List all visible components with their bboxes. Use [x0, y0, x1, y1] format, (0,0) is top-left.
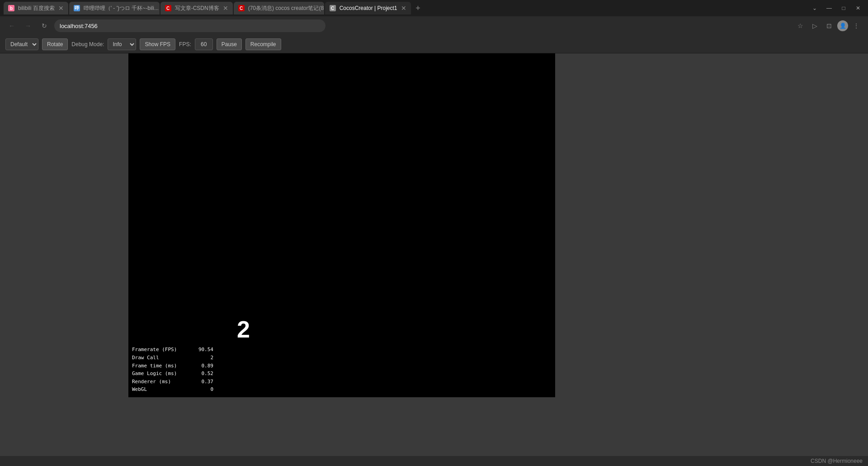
maximize-button[interactable]: □	[837, 2, 850, 14]
tab-close-csdn[interactable]: ✕	[223, 5, 228, 12]
address-bar: ← → ↻ localhost:7456 ☆ ▷ ⊡ 👤 ⋮	[0, 16, 868, 35]
fps-value-display: 60	[195, 38, 213, 50]
tab-favicon-csdn: C	[165, 5, 171, 11]
main-area: 2 Framerate (FPS) 90.54 Draw Call 2 Fram…	[0, 53, 868, 466]
tab-csdn[interactable]: C 写文章-CSDN博客 ✕	[160, 2, 233, 14]
tab-label-bili2: 哔哩哔哩（' - ')つロ 千杯~-bili...	[84, 5, 159, 12]
canvas-number: 2	[237, 316, 250, 343]
tab-label-bilibili: bilibili 百度搜索	[18, 5, 55, 12]
refresh-button[interactable]: ↻	[38, 19, 51, 32]
tab-bilibili[interactable]: b bilibili 百度搜索 ✕	[4, 2, 68, 14]
debug-mode-select[interactable]: Info Log Warn Error	[108, 38, 136, 50]
fps-label: FPS:	[179, 41, 191, 48]
canvas-wrapper: 2 Framerate (FPS) 90.54 Draw Call 2 Fram…	[128, 53, 555, 466]
fps-gamelogic-label: Game Logic (ms)	[132, 370, 186, 378]
tab-close-cocos-creator[interactable]: ✕	[401, 5, 406, 12]
fps-framerate-label: Framerate (FPS)	[132, 346, 186, 354]
tab-bar: b bilibili 百度搜索 ✕ 哔 哔哩哔哩（' - ')つロ 千杯~-bi…	[0, 0, 868, 16]
tab-label-cocos-creator: CocosCreator | Project1	[340, 5, 397, 11]
tab-favicon-cocos-creator: C	[330, 5, 336, 11]
url-text: localhost:7456	[60, 23, 98, 29]
tab-label-cocos-msg: (70条消息) cocos creator笔记(8...	[248, 5, 324, 12]
fps-renderer-label: Renderer (ms)	[132, 378, 186, 386]
menu-icon[interactable]: ⋮	[850, 19, 863, 32]
tab-cocos-msg[interactable]: C (70条消息) cocos creator笔记(8... ✕	[234, 2, 324, 14]
tab-close-bilibili[interactable]: ✕	[58, 5, 64, 12]
toolbar: Default Rotate Debug Mode: Info Log Warn…	[0, 35, 868, 53]
fps-framerate-row: Framerate (FPS) 90.54	[132, 346, 213, 354]
recompile-button[interactable]: Recompile	[245, 38, 281, 50]
close-button[interactable]: ✕	[852, 2, 864, 14]
fps-webgl-row: WebGL 0	[132, 385, 213, 394]
back-button[interactable]: ←	[5, 19, 18, 32]
tab-favicon-cocos-msg: C	[238, 5, 245, 11]
forward-button[interactable]: →	[22, 19, 34, 32]
bottom-bar-text: CSDN @Hermioneee	[811, 458, 863, 464]
fps-renderer-value: 0.37	[195, 378, 213, 386]
pause-button[interactable]: Pause	[217, 38, 242, 50]
show-fps-button[interactable]: Show FPS	[140, 38, 175, 50]
fps-gamelogic-row: Game Logic (ms) 0.52	[132, 370, 213, 378]
fps-webgl-value: 0	[195, 385, 213, 394]
url-bar[interactable]: localhost:7456	[54, 19, 326, 32]
resolution-select[interactable]: Default	[5, 38, 38, 50]
game-canvas[interactable]: 2 Framerate (FPS) 90.54 Draw Call 2 Fram…	[128, 53, 555, 397]
tab-favicon-bili2: 哔	[74, 5, 80, 11]
rotate-button[interactable]: Rotate	[42, 38, 68, 50]
debug-mode-label: Debug Mode:	[71, 41, 104, 48]
fps-renderer-row: Renderer (ms) 0.37	[132, 378, 213, 386]
avatar-icon: 👤	[840, 23, 846, 29]
new-tab-button[interactable]: +	[412, 2, 425, 14]
fps-frametime-value: 0.89	[195, 362, 213, 370]
cast-icon[interactable]: ▷	[808, 19, 821, 32]
fps-drawcall-row: Draw Call 2	[132, 354, 213, 362]
sidebar-icon[interactable]: ⊡	[823, 19, 835, 32]
tab-label-csdn: 写文章-CSDN博客	[175, 5, 219, 12]
fps-frametime-label: Frame time (ms)	[132, 362, 186, 370]
right-sidebar	[555, 53, 868, 466]
minimize-button[interactable]: —	[823, 2, 835, 14]
fps-webgl-label: WebGL	[132, 385, 186, 394]
fps-drawcall-value: 2	[195, 354, 213, 362]
fps-framerate-value: 90.54	[195, 346, 213, 354]
fps-drawcall-label: Draw Call	[132, 354, 186, 362]
fps-overlay: Framerate (FPS) 90.54 Draw Call 2 Frame …	[132, 346, 213, 394]
window-controls: ⌄ — □ ✕	[808, 2, 864, 14]
bottom-bar: CSDN @Hermioneee	[0, 456, 868, 466]
tab-cocos-creator[interactable]: C CocosCreator | Project1 ✕	[325, 2, 411, 14]
fps-frametime-row: Frame time (ms) 0.89	[132, 362, 213, 370]
tab-bili2[interactable]: 哔 哔哩哔哩（' - ')つロ 千杯~-bili... ✕	[69, 2, 160, 14]
fps-gamelogic-value: 0.52	[195, 370, 213, 378]
address-actions: ☆ ▷ ⊡ 👤 ⋮	[794, 19, 863, 32]
left-sidebar	[0, 53, 128, 466]
collapse-tabs-icon[interactable]: ⌄	[808, 2, 821, 14]
tab-favicon-bilibili: b	[8, 5, 14, 11]
user-avatar[interactable]: 👤	[837, 20, 848, 31]
bookmark-icon[interactable]: ☆	[794, 19, 807, 32]
